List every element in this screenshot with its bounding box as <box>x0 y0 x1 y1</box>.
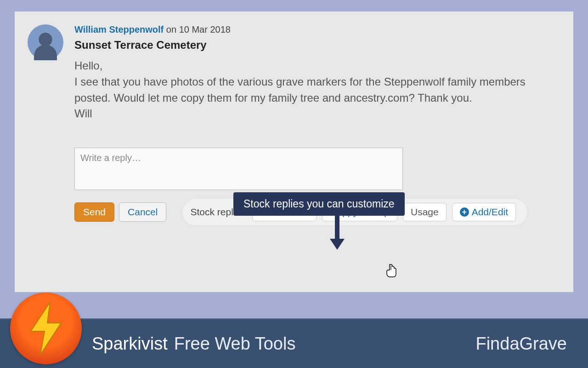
post-message: Hello,I see that you have photos of the … <box>74 58 538 122</box>
reply-input[interactable] <box>74 148 403 190</box>
cancel-button[interactable]: Cancel <box>119 202 166 222</box>
post-meta: William Steppenwolf on 10 Mar 2018 <box>74 24 560 35</box>
footer-tagline: Free Web Tools <box>174 334 296 354</box>
cursor-pointer-icon <box>386 264 397 281</box>
sparkivist-logo <box>10 293 82 364</box>
callout-tooltip: Stock replies you can customize <box>233 192 405 216</box>
add-edit-label: Add/Edit <box>472 207 508 218</box>
footer-bar: Sparkivist Free Web Tools FindaGrave <box>0 318 588 368</box>
footer-right: FindaGrave <box>475 334 567 354</box>
post-timestamp: on 10 Mar 2018 <box>164 24 231 34</box>
message-card: William Steppenwolf on 10 Mar 2018 Sunse… <box>15 12 573 292</box>
callout-arrow-icon <box>328 213 346 252</box>
footer-brand: Sparkivist <box>92 334 168 354</box>
svg-marker-3 <box>31 302 61 355</box>
svg-marker-1 <box>330 239 345 250</box>
plus-icon: + <box>460 207 469 217</box>
post-title: Sunset Terrace Cemetery <box>74 39 560 52</box>
author-link[interactable]: William Steppenwolf <box>74 24 164 34</box>
send-button[interactable]: Send <box>74 202 114 222</box>
stock-reply-usage[interactable]: Usage <box>403 203 447 221</box>
stock-reply-add-edit[interactable]: + Add/Edit <box>452 203 516 221</box>
avatar[interactable] <box>28 24 63 60</box>
